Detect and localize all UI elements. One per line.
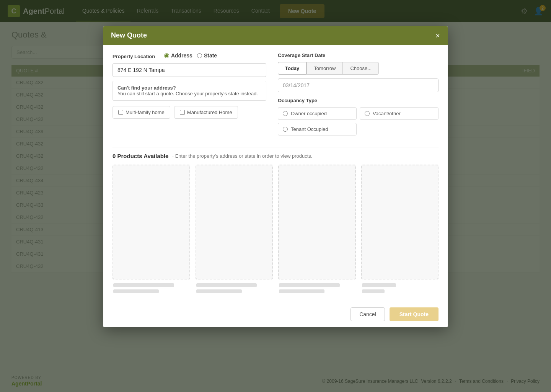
- products-section: 0 Products Available · Enter the propert…: [112, 147, 439, 293]
- property-types: Multi-family home Manufactured Home: [112, 106, 266, 119]
- modal-overlay: New Quote × Property Location Address: [0, 0, 551, 392]
- form-top-row: Property Location Address State: [112, 52, 439, 141]
- loading-bar: [113, 289, 159, 293]
- loading-bar-group: [278, 283, 356, 293]
- start-quote-button[interactable]: Start Quote: [390, 307, 439, 321]
- loading-bar: [113, 283, 174, 287]
- modal-header: New Quote ×: [103, 26, 448, 45]
- loading-bar: [196, 283, 257, 287]
- radio-state-label[interactable]: State: [197, 52, 217, 59]
- loading-bar-group: [112, 283, 190, 293]
- property-location-section: Property Location Address State: [112, 52, 266, 141]
- coverage-start-label: Coverage Start Date: [278, 52, 439, 58]
- choose-state-link[interactable]: Choose your property's state instead.: [176, 91, 258, 96]
- loading-bar: [279, 289, 324, 293]
- coverage-date-input[interactable]: [278, 78, 439, 92]
- loading-bar: [196, 289, 242, 293]
- loading-bar-group: [361, 283, 439, 293]
- coverage-date-buttons: Today Tomorrow Choose...: [278, 62, 439, 75]
- address-hint: Can't find your address? You can still s…: [112, 81, 266, 101]
- product-card: [361, 165, 439, 279]
- manufactured-home-checkbox[interactable]: [180, 110, 185, 115]
- multi-family-option[interactable]: Multi-family home: [112, 106, 170, 119]
- owner-occupied-radio[interactable]: [283, 111, 288, 116]
- modal-close-button[interactable]: ×: [435, 32, 440, 39]
- modal-body: Property Location Address State: [103, 45, 448, 301]
- address-input[interactable]: [112, 63, 266, 77]
- owner-occupied-option[interactable]: Owner occupied: [278, 107, 357, 120]
- tenant-occupied-radio[interactable]: [283, 127, 288, 132]
- modal-title: New Quote: [111, 31, 147, 39]
- multi-family-checkbox[interactable]: [118, 110, 123, 115]
- coverage-occupancy-section: Coverage Start Date Today Tomorrow Choos…: [278, 52, 439, 141]
- product-card: [196, 165, 273, 279]
- new-quote-modal: New Quote × Property Location Address: [103, 26, 448, 327]
- loading-bar-group: [196, 283, 273, 293]
- product-card: [278, 165, 356, 279]
- product-loading-bars: [112, 283, 439, 293]
- occupancy-label: Occupancy Type: [278, 98, 439, 103]
- tenant-occupied-option[interactable]: Tenant Occupied: [278, 123, 357, 136]
- radio-state[interactable]: [197, 53, 202, 58]
- radio-address[interactable]: [164, 53, 169, 58]
- coverage-today-button[interactable]: Today: [278, 62, 306, 75]
- coverage-choose-button[interactable]: Choose...: [343, 62, 379, 75]
- occupancy-options: Owner occupied Vacant/other Tenant Occup…: [278, 107, 439, 136]
- products-hint: · Enter the property's address or state …: [172, 153, 312, 159]
- loading-bar: [362, 283, 396, 287]
- products-count: 0 Products Available: [112, 153, 168, 159]
- loading-bar: [362, 289, 385, 293]
- products-grid: [112, 165, 439, 279]
- property-location-label: Property Location Address State: [112, 52, 266, 59]
- coverage-tomorrow-button[interactable]: Tomorrow: [306, 62, 343, 75]
- products-header: 0 Products Available · Enter the propert…: [112, 153, 439, 159]
- modal-footer: Cancel Start Quote: [103, 301, 448, 327]
- vacant-other-option[interactable]: Vacant/other: [360, 107, 439, 120]
- cancel-button[interactable]: Cancel: [350, 307, 385, 321]
- radio-address-label[interactable]: Address: [164, 52, 192, 59]
- manufactured-home-option[interactable]: Manufactured Home: [174, 106, 238, 119]
- loading-bar: [279, 283, 340, 287]
- vacant-other-radio[interactable]: [365, 111, 370, 116]
- product-card: [112, 165, 190, 279]
